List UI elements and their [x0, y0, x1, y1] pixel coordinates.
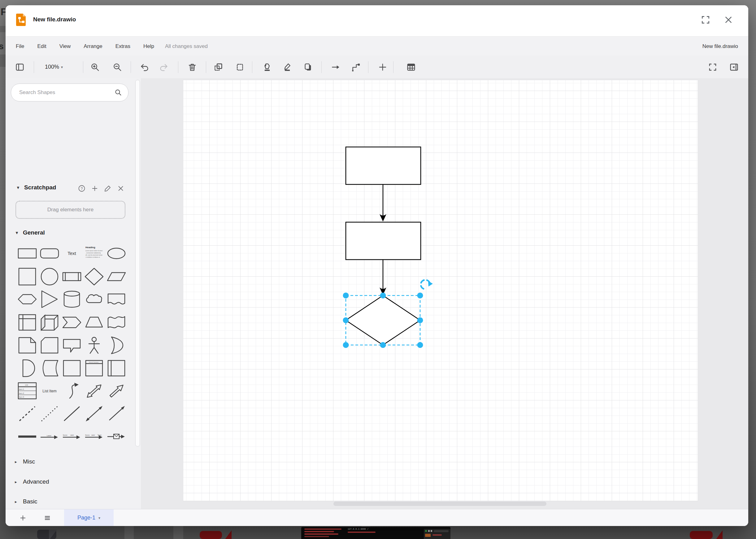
shape-label-arrow[interactable]: Label	[39, 427, 61, 446]
selection-handle[interactable]	[343, 318, 349, 323]
shape-circle[interactable]	[39, 267, 61, 286]
shape-triangle[interactable]	[39, 290, 61, 308]
waypoint-style-icon[interactable]	[349, 56, 363, 78]
shape-rectangle[interactable]	[16, 244, 39, 263]
scratchpad-dropzone[interactable]: Drag elements here	[16, 201, 126, 219]
shape-ellipse[interactable]	[105, 244, 127, 263]
shape-internal-storage[interactable]	[16, 313, 39, 332]
shape-arrow[interactable]	[105, 382, 127, 400]
diagram-node-rect-2[interactable]	[346, 222, 421, 260]
line-color-icon[interactable]	[280, 56, 294, 78]
insert-icon[interactable]	[376, 56, 390, 78]
shape-diamond[interactable]	[83, 267, 105, 286]
shape-list[interactable]: ListItem 1Item 2Item 3	[16, 382, 39, 400]
shape-tape[interactable]	[105, 313, 127, 332]
zoom-in-icon[interactable]	[88, 56, 102, 78]
connection-icon[interactable]	[328, 56, 343, 78]
shape-line[interactable]	[61, 404, 83, 423]
menu-item-extras[interactable]: Extras	[109, 43, 137, 49]
shape-cylinder[interactable]	[61, 290, 83, 308]
toggle-format-panel-icon[interactable]	[727, 56, 741, 78]
shape-parallelogram[interactable]	[105, 267, 127, 286]
diagram-edge-1[interactable]	[379, 185, 386, 221]
diagram-edge-2[interactable]	[379, 260, 386, 295]
shape-actor[interactable]	[83, 336, 105, 354]
scratchpad-header[interactable]: ▼ Scratchpad	[16, 184, 56, 191]
shape-textbox-heading[interactable]: Heading Lorem ipsum dolor sit amet, cons…	[83, 244, 105, 263]
shape-source-label-arrow[interactable]: SourceLabel	[61, 427, 83, 446]
to-back-icon[interactable]	[233, 56, 247, 78]
shape-bidirectional-connector[interactable]	[83, 404, 105, 423]
rotate-handle-icon[interactable]	[421, 280, 433, 289]
shape-cloud[interactable]	[83, 290, 105, 308]
scratchpad-close-icon[interactable]	[117, 185, 125, 192]
shape-cube[interactable]	[39, 313, 61, 332]
undo-icon[interactable]	[138, 56, 152, 78]
shape-step[interactable]	[61, 313, 83, 332]
shape-directional-connector[interactable]	[105, 404, 127, 423]
general-section-header[interactable]: ▼ General	[15, 229, 45, 236]
selection-handle[interactable]	[417, 342, 423, 348]
zoom-out-icon[interactable]	[110, 56, 125, 78]
insert-table-icon[interactable]	[404, 56, 418, 78]
shape-square[interactable]	[16, 267, 39, 286]
diagram-node-rect-1[interactable]	[346, 147, 421, 185]
menu-item-edit[interactable]: Edit	[31, 43, 53, 49]
menu-item-view[interactable]: View	[53, 43, 77, 49]
selection-handle[interactable]	[380, 293, 386, 299]
shape-trapezoid[interactable]	[83, 313, 105, 332]
shape-link[interactable]	[16, 427, 39, 446]
scratchpad-add-icon[interactable]	[91, 185, 99, 192]
search-input[interactable]	[19, 89, 115, 96]
expand-window-icon[interactable]	[701, 15, 711, 25]
toggle-shapes-panel-icon[interactable]	[13, 56, 27, 78]
shape-data-storage[interactable]	[39, 359, 61, 377]
menu-item-arrange[interactable]: Arrange	[77, 43, 109, 49]
sidebar-section-basic[interactable]: ▸Basic	[15, 498, 37, 505]
zoom-dropdown[interactable]: 100%▾	[34, 56, 74, 78]
shape-container[interactable]	[61, 359, 83, 377]
delete-icon[interactable]	[185, 56, 199, 78]
to-front-icon[interactable]	[211, 56, 225, 78]
selection-handle[interactable]	[417, 318, 423, 323]
selection-handle[interactable]	[343, 293, 349, 299]
fullscreen-icon[interactable]	[706, 56, 720, 78]
redo-icon[interactable]	[156, 56, 171, 78]
shape-source-target-arrow[interactable]: SourceLabelTarget	[83, 427, 105, 446]
close-window-icon[interactable]	[723, 15, 733, 25]
menu-item-help[interactable]: Help	[137, 43, 161, 49]
fill-color-icon[interactable]	[260, 56, 274, 78]
selection-handle[interactable]	[343, 342, 349, 348]
shape-envelope-connector[interactable]	[105, 427, 127, 446]
sidebar-scrollbar[interactable]	[135, 80, 140, 446]
sidebar-section-advanced[interactable]: ▸Advanced	[15, 478, 49, 485]
shape-horizontal-container[interactable]	[105, 359, 127, 377]
shape-card[interactable]	[39, 336, 61, 354]
shape-and[interactable]	[16, 359, 39, 377]
shadow-icon[interactable]	[301, 56, 315, 78]
shape-hexagon[interactable]	[16, 290, 39, 308]
add-page-icon[interactable]	[16, 509, 30, 526]
shape-curve[interactable]	[61, 382, 83, 400]
shape-dashed-line[interactable]	[16, 404, 39, 423]
scratchpad-help-icon[interactable]: ?	[78, 185, 85, 192]
shape-rounded-rectangle[interactable]	[39, 244, 61, 263]
pages-menu-icon[interactable]	[41, 509, 54, 526]
scratchpad-edit-icon[interactable]	[104, 185, 112, 192]
sidebar-section-misc[interactable]: ▸Misc	[15, 458, 35, 465]
shape-list-item[interactable]: List Item	[39, 382, 61, 400]
shape-dotted-line[interactable]	[39, 404, 61, 423]
diagram-node-decision[interactable]	[346, 295, 420, 345]
selection-handle[interactable]	[380, 342, 386, 348]
shape-bidirectional-arrow[interactable]	[83, 382, 105, 400]
canvas-horizontal-scrollbar[interactable]	[333, 501, 546, 506]
shape-process[interactable]	[61, 267, 83, 286]
page-tab[interactable]: Page-1 ▾	[64, 509, 114, 526]
shape-text[interactable]: Text	[61, 244, 83, 263]
shape-vertical-container[interactable]: Vertical Container	[83, 359, 105, 377]
selection-handle[interactable]	[417, 293, 423, 299]
menu-item-file[interactable]: File	[6, 43, 31, 49]
shape-document[interactable]	[105, 290, 127, 308]
shape-or[interactable]	[105, 336, 127, 354]
shape-note[interactable]	[16, 336, 39, 354]
